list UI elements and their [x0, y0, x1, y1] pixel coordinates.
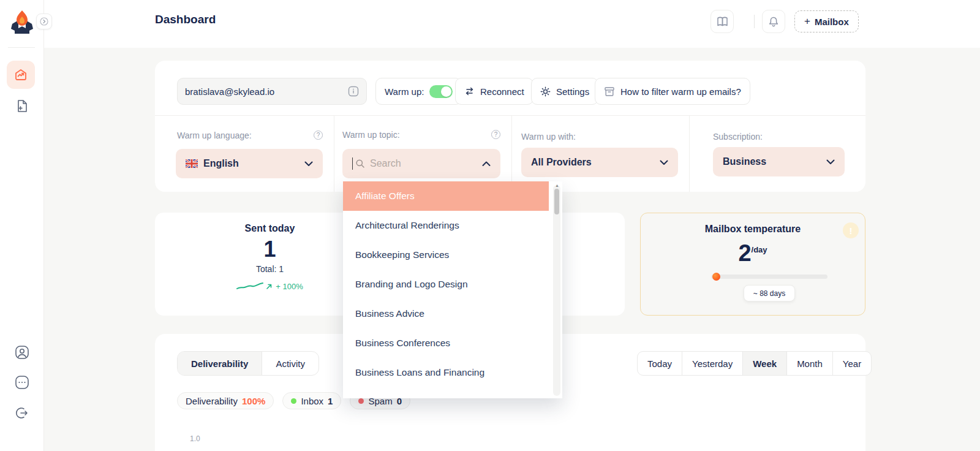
page-title: Dashboard [155, 13, 216, 26]
sidebar-collapse-button[interactable] [36, 13, 52, 29]
chevron-down-icon [826, 159, 835, 165]
provider-select[interactable]: All Providers [521, 148, 678, 177]
book-icon [717, 17, 728, 27]
chart-axis-tick: 1.0 [190, 434, 200, 443]
app-root: Dashboard + Mailbox bratislava@skylead.i… [0, 0, 980, 451]
add-mailbox-label: Mailbox [815, 17, 849, 27]
reconnect-button[interactable]: Reconnect [455, 78, 533, 105]
topic-label: Warm up topic: [342, 130, 400, 140]
topic-help-icon[interactable]: ? [491, 130, 500, 139]
range-month[interactable]: Month [786, 352, 832, 375]
column-divider [511, 115, 512, 192]
dropdown-option[interactable]: Business Advice [343, 299, 562, 328]
deliverability-badge-value: 100% [242, 396, 265, 406]
inbox-dot-icon [291, 398, 296, 404]
mailbox-email-field[interactable]: bratislava@skylead.io [177, 78, 367, 105]
file-plus-icon [15, 99, 29, 113]
chevron-up-icon [482, 161, 491, 167]
topic-search-input[interactable]: Search [370, 158, 482, 169]
bell-icon [768, 16, 779, 28]
sidebar-item-add-report[interactable] [12, 96, 32, 116]
dropdown-option-selected[interactable]: Affiliate Offers [343, 181, 549, 211]
notifications-button[interactable] [762, 10, 785, 33]
chevron-right-icon [40, 17, 48, 26]
language-label: Warm up language: [177, 131, 252, 140]
flame-logo-icon [9, 8, 36, 36]
dropdown-scrollbar-track[interactable] [553, 185, 560, 396]
temperature-eta-badge: ~ 88 days [744, 285, 795, 301]
ellipsis-icon [14, 374, 30, 390]
sidebar-item-dashboard[interactable] [7, 61, 35, 89]
dashboard-home-icon [13, 67, 28, 82]
info-icon[interactable] [348, 86, 359, 97]
warning-icon[interactable]: ! [843, 222, 859, 238]
subscription-select[interactable]: Business [713, 147, 845, 176]
chevron-down-icon [660, 160, 668, 165]
inbox-badge[interactable]: Inbox 1 [282, 392, 341, 409]
language-select[interactable]: English [176, 149, 323, 178]
tab-deliverability[interactable]: Deliverability [178, 352, 262, 375]
deliverability-badge-label: Deliverability [186, 396, 238, 406]
trend-arrow-icon [266, 283, 273, 289]
toggle-knob [441, 86, 451, 97]
sidebar [0, 0, 44, 451]
temperature-unit: /day [752, 238, 767, 262]
column-divider [689, 115, 690, 192]
provider-value: All Providers [531, 157, 660, 168]
search-icon [355, 159, 365, 169]
language-value: English [203, 158, 304, 169]
inbox-badge-label: Inbox [301, 396, 323, 406]
header-divider [754, 15, 755, 28]
tab-activity[interactable]: Activity [262, 352, 318, 375]
settings-label: Settings [556, 86, 589, 97]
reconnect-repeat-icon [464, 86, 475, 96]
range-today[interactable]: Today [638, 352, 682, 375]
user-icon [14, 344, 30, 360]
provider-label: Warm up with: [521, 132, 576, 142]
range-yesterday[interactable]: Yesterday [682, 352, 742, 375]
app-logo[interactable] [8, 7, 36, 37]
temperature-value-row: 2 /day [641, 238, 865, 265]
spam-dot-icon [358, 398, 364, 404]
scrollbar-up-arrow-icon[interactable]: ▲ [555, 183, 559, 188]
language-help-icon[interactable]: ? [314, 131, 323, 140]
sidebar-item-more[interactable] [12, 372, 32, 393]
sidebar-item-logout[interactable] [12, 403, 32, 423]
temperature-slider-thumb[interactable] [712, 273, 720, 281]
date-range-group: Today Yesterday Week Month Year [637, 351, 872, 376]
dropdown-scrollbar-thumb[interactable] [554, 189, 559, 214]
subscription-label: Subscription: [713, 132, 763, 142]
howto-filter-button[interactable]: How to filter warm up emails? [595, 78, 750, 105]
dropdown-option[interactable]: Business Loans and Financing [343, 358, 562, 387]
range-year[interactable]: Year [832, 352, 871, 375]
topic-search-select[interactable]: Search [342, 149, 500, 178]
temperature-value: 2 [738, 241, 751, 265]
plus-icon: + [804, 15, 810, 28]
sparkline-icon [236, 281, 263, 291]
howto-filter-label: How to filter warm up emails? [620, 86, 741, 97]
documentation-button[interactable] [710, 10, 734, 33]
dropdown-option[interactable]: Bookkeeping Services [343, 240, 562, 270]
text-caret [352, 157, 353, 170]
dropdown-option[interactable]: Branding and Logo Design [343, 270, 562, 299]
add-mailbox-button[interactable]: + Mailbox [794, 10, 859, 32]
settings-button[interactable]: Settings [531, 78, 598, 105]
warmup-toggle[interactable] [429, 85, 453, 98]
topic-dropdown-panel: Affiliate Offers Architectural Rendering… [343, 181, 562, 398]
range-week[interactable]: Week [742, 352, 786, 375]
column-divider [334, 115, 334, 192]
temperature-slider[interactable] [711, 275, 827, 279]
sidebar-item-profile[interactable] [12, 342, 32, 363]
card-divider [155, 115, 865, 116]
trend-value: + 100% [276, 282, 303, 291]
dropdown-option[interactable]: Architectural Renderings [343, 211, 562, 240]
warmup-toggle-label: Warm up: [385, 86, 424, 97]
warmup-toggle-group: Warm up: [375, 78, 462, 105]
temperature-title: Mailbox temperature [641, 224, 865, 235]
mailbox-email-value: bratislava@skylead.io [185, 86, 274, 97]
reconnect-label: Reconnect [480, 86, 524, 97]
sidebar-divider [8, 47, 35, 48]
deliverability-badge[interactable]: Deliverability 100% [177, 392, 274, 409]
inbox-badge-value: 1 [328, 396, 333, 406]
dropdown-option[interactable]: Business Conferences [343, 328, 562, 358]
